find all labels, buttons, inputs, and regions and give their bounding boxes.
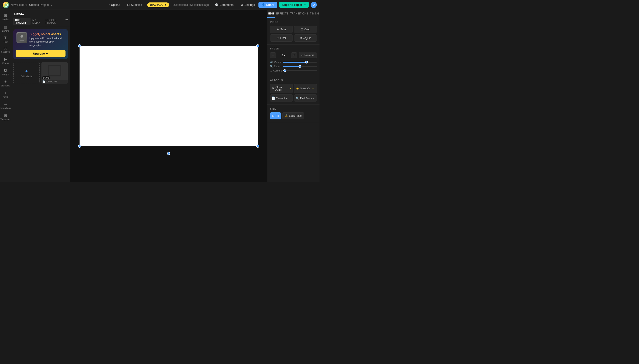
preview-area — [70, 10, 267, 182]
sidebar-label-elements: Elements — [1, 84, 10, 87]
media-duration: 06:00 — [42, 76, 50, 79]
zoom-label: 🔍 Zoom — [270, 65, 281, 68]
tab-this-project[interactable]: THIS PROJECT — [13, 18, 30, 25]
canvas — [80, 46, 258, 146]
fill-label: Fill — [276, 114, 279, 118]
tab-google-photos[interactable]: GOOGLE PHOTOS — [44, 18, 64, 25]
settings-button[interactable]: ⚙ Settings — [239, 2, 257, 7]
tab-transitions[interactable]: TRANSITIONS — [289, 10, 309, 18]
subtitles-sidebar-icon: CC — [4, 47, 7, 50]
sidebar-item-subtitles[interactable]: CC Subtitles — [0, 46, 11, 55]
media-filename: 📄 ouhuw2YM — [42, 80, 68, 84]
tab-timing[interactable]: TIMING — [309, 10, 320, 18]
handle-top-right[interactable] — [256, 44, 259, 48]
handle-bottom-left[interactable] — [78, 144, 81, 148]
corners-slider[interactable] — [283, 70, 317, 71]
project-name[interactable]: Untitled Project — [29, 3, 49, 6]
speed-section: SPEED − 1x + ⇄ Reverse 🔊 Volume — [267, 44, 320, 76]
size-section: SIZE ⊡ Fill 🔒 Lock Ratio — [267, 105, 320, 122]
trim-icon: ✂ — [277, 28, 280, 31]
sidebar-item-templates[interactable]: ⊡ Templates — [0, 112, 11, 122]
find-scenes-label: Find Scenes — [300, 97, 314, 100]
templates-icon: ⊡ — [4, 114, 7, 118]
volume-slider[interactable] — [283, 62, 317, 62]
upgrade-banner-button[interactable]: Upgrade ✦ — [16, 50, 66, 57]
tab-effects[interactable]: EFFECTS — [275, 10, 289, 18]
clean-audio-badge: ✦ — [290, 87, 291, 90]
corners-icon: ◡ — [270, 69, 272, 72]
avatar-label: U — [312, 3, 314, 6]
speed-section-title: SPEED — [270, 47, 317, 50]
sidebar-item-videos[interactable]: ▶ Videos — [0, 55, 11, 66]
elements-icon: ✦ — [4, 80, 7, 84]
volume-icon: 🔊 — [270, 60, 273, 64]
video-section: VIDEO ✂ Trim ⊡ Crop ⊞ Filter ≡ Adjust — [267, 18, 320, 44]
subtitles-button[interactable]: ⊡ Subtitles — [126, 2, 144, 7]
add-media-button[interactable]: + Add Media — [13, 62, 40, 84]
upgrade-button[interactable]: UPGRADE ✦ — [147, 2, 169, 7]
filter-button[interactable]: ⊞ Filter — [270, 34, 293, 42]
last-edit-text: Last edited a few seconds ago. — [173, 3, 210, 6]
sidebar-label-text: Text — [3, 41, 7, 43]
sidebar-label-subtitles: Subtitles — [1, 50, 10, 53]
handle-top-left[interactable] — [78, 44, 81, 48]
svg-rect-4 — [49, 66, 60, 75]
left-panel: MEDIA ‹ THIS PROJECT MY MEDIA GOOGLE PHO… — [11, 10, 70, 182]
sidebar-item-media[interactable]: ⊞ Media — [0, 12, 11, 22]
avatar[interactable]: U — [310, 2, 317, 8]
speed-decrease-button[interactable]: − — [270, 52, 276, 58]
more-options-icon[interactable]: ••• — [64, 18, 68, 25]
size-section-title: SIZE — [270, 107, 317, 110]
comments-button[interactable]: 💬 Comments — [213, 2, 235, 7]
tab-my-media[interactable]: MY MEDIA — [30, 18, 44, 25]
folder-name: New Folder — [11, 3, 26, 6]
handle-bottom-right[interactable] — [256, 144, 259, 148]
fill-button[interactable]: ⊡ Fill — [270, 112, 281, 120]
upload-button[interactable]: ↑ Upload — [107, 2, 122, 7]
transcribe-button[interactable]: 📄 Transcribe — [270, 94, 293, 102]
adjust-button[interactable]: ≡ Adjust — [294, 34, 317, 42]
sidebar-item-transitions[interactable]: ⇌ Transitions — [0, 100, 11, 111]
subtitles-icon: ⊡ — [127, 3, 130, 6]
sidebar-item-text[interactable]: T Text — [0, 34, 11, 45]
text-icon: T — [4, 36, 7, 40]
app-logo — [3, 2, 9, 8]
sidebar-item-elements[interactable]: ✦ Elements — [0, 78, 11, 89]
smart-cut-badge: ✦ — [312, 87, 314, 90]
sidebar-item-images[interactable]: 🖼 Images — [0, 66, 11, 77]
volume-label: 🔊 Volume — [270, 60, 281, 64]
filename-text: ouhuw2YM — [46, 80, 57, 83]
clean-audio-icon: 🎙 — [272, 87, 274, 90]
speed-increase-button[interactable]: + — [291, 52, 297, 58]
transcribe-icon: 📄 — [272, 96, 275, 100]
trim-button[interactable]: ✂ Trim — [270, 26, 293, 33]
handle-rotate[interactable] — [167, 152, 170, 155]
right-panel: EDIT EFFECTS TRANSITIONS TIMING VIDEO ✂ … — [267, 10, 320, 182]
video-section-title: VIDEO — [270, 21, 317, 24]
export-label: Export Project — [282, 3, 302, 6]
add-media-plus-icon: + — [25, 68, 28, 74]
chevron-icon: ⌄ — [50, 4, 52, 6]
share-button[interactable]: 👤 Share — [258, 2, 278, 8]
media-grid: + Add Media 06:00 📄 ouhuw2YM — [13, 62, 68, 84]
export-button[interactable]: Export Project ↗ — [279, 2, 309, 8]
sidebar-label-media: Media — [2, 18, 8, 21]
zoom-slider[interactable] — [283, 66, 317, 67]
find-scenes-button[interactable]: 🔍 Find Scenes — [294, 94, 317, 102]
folder-breadcrumb[interactable]: New Folder › — [11, 3, 28, 6]
ai-tools-title: AI TOOLS — [270, 79, 317, 82]
sidebar-item-layers[interactable]: ▤ Layers — [0, 23, 11, 34]
reverse-button[interactable]: ⇄ Reverse — [299, 52, 317, 58]
crop-button[interactable]: ⊡ Crop — [294, 26, 317, 33]
left-panel-close-button[interactable]: ‹ — [66, 12, 67, 16]
lock-ratio-button[interactable]: 🔒 Lock Ratio — [282, 112, 304, 120]
media-thumbnail[interactable]: 06:00 📄 ouhuw2YM — [42, 62, 68, 84]
tab-edit[interactable]: EDIT — [267, 10, 275, 18]
share-label: Share — [266, 3, 274, 6]
layers-icon: ▤ — [4, 25, 7, 29]
comments-label: Comments — [220, 3, 234, 6]
filter-icon: ⊞ — [277, 36, 279, 40]
smart-cut-button[interactable]: ⚡ Smart Cut ✦ — [294, 84, 317, 93]
sidebar-item-audio[interactable]: ♪ Audio — [0, 89, 11, 100]
clean-audio-button[interactable]: 🎙 Clean Audio ✦ — [270, 84, 293, 93]
